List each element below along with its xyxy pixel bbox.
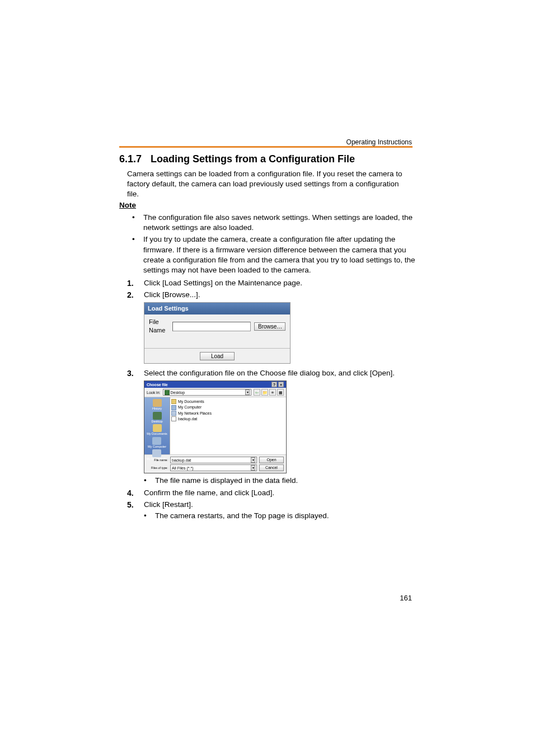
look-in-select[interactable]: Desktop ▾ xyxy=(163,389,251,396)
network-icon xyxy=(152,449,161,457)
choose-file-dialog: Choose file ? × Look in: Desktop ▾ ⇦ xyxy=(144,381,287,473)
section-heading: 6.1.7 Loading Settings from a Configurat… xyxy=(119,153,355,165)
sidebar-label: My Computer xyxy=(148,445,166,449)
step-number: 4. xyxy=(127,488,134,499)
desktop-icon xyxy=(165,390,170,395)
places-sidebar: History Desktop My Documents My Computer xyxy=(144,397,170,454)
dropdown-arrow-icon[interactable]: ▾ xyxy=(251,465,255,471)
step-4: 4. Confirm the file name, and click [Loa… xyxy=(127,488,427,498)
step-number: 2. xyxy=(127,290,134,300)
load-settings-footer: Load xyxy=(144,348,290,363)
step-text: Click [Restart]. xyxy=(144,500,427,510)
network-icon xyxy=(171,411,176,416)
sidebar-item-my-documents[interactable]: My Documents xyxy=(147,424,167,436)
step-5-sub: The camera restarts, and the Top page is… xyxy=(144,511,427,521)
step-5: 5. Click [Restart]. The camera restarts,… xyxy=(127,500,427,521)
section-number: 6.1.7 xyxy=(119,153,142,165)
sub-bullet-item: The camera restarts, and the Top page is… xyxy=(144,511,427,521)
new-folder-icon[interactable]: ✳ xyxy=(269,389,276,396)
header-title: Operating Instructions xyxy=(346,138,412,146)
look-in-label: Look in: xyxy=(147,390,161,395)
choose-file-main: History Desktop My Documents My Computer xyxy=(144,397,286,454)
sidebar-label: History xyxy=(152,407,162,411)
sidebar-item-history[interactable]: History xyxy=(152,399,162,411)
step-text: Select the configuration file on the Cho… xyxy=(144,368,427,378)
desktop-icon xyxy=(153,412,162,420)
file-item[interactable]: My Computer xyxy=(171,405,285,410)
step-3: 3. Select the configuration file on the … xyxy=(127,368,427,486)
computer-icon xyxy=(171,405,176,410)
file-name: backup.dat xyxy=(178,416,197,421)
step-number: 5. xyxy=(127,500,134,510)
step-text: Confirm the file name, and click [Load]. xyxy=(144,488,427,498)
browse-button[interactable]: Browse… xyxy=(254,322,285,331)
load-settings-panel: Load Settings File Name Browse… Load xyxy=(144,302,291,364)
sidebar-label: Desktop xyxy=(151,420,162,424)
step-3-sub: The file name is displayed in the data f… xyxy=(144,476,427,486)
file-item[interactable]: My Network Places xyxy=(171,410,285,416)
step-number: 1. xyxy=(127,278,134,289)
divider xyxy=(119,146,413,148)
file-item[interactable]: My Documents xyxy=(171,398,285,404)
sidebar-item-desktop[interactable]: Desktop xyxy=(151,412,162,424)
close-icon[interactable]: × xyxy=(278,382,284,387)
file-name-label: File Name xyxy=(149,318,169,335)
files-of-type-value: All Files (*.*) xyxy=(172,466,194,471)
folder-icon xyxy=(153,424,162,432)
computer-icon xyxy=(152,437,161,445)
sub-bullet-item: The file name is displayed in the data f… xyxy=(144,476,427,486)
cancel-button[interactable]: Cancel xyxy=(259,464,284,471)
load-settings-body: File Name Browse… xyxy=(144,314,290,348)
choose-file-titlebar: Choose file ? × xyxy=(144,381,286,388)
files-of-type-select[interactable]: All Files (*.*) ▾ xyxy=(170,464,257,471)
step-1: 1. Click [Load Settings] on the Maintena… xyxy=(127,278,427,288)
file-name: My Network Places xyxy=(178,411,212,416)
intro-paragraph: Camera settings can be loaded from a con… xyxy=(127,169,413,200)
file-item[interactable]: backup.dat xyxy=(171,416,285,422)
sidebar-label: My Documents xyxy=(147,432,167,436)
step-text: Click [Browse...]. xyxy=(144,290,427,300)
file-name-value: backup.dat xyxy=(172,458,191,463)
look-in-value: Desktop xyxy=(171,390,185,395)
folder-icon xyxy=(171,399,176,404)
file-icon xyxy=(171,416,176,421)
sidebar-item-my-computer[interactable]: My Computer xyxy=(148,437,166,449)
load-settings-title: Load Settings xyxy=(144,303,290,314)
file-name: My Documents xyxy=(178,399,204,404)
steps-list: 1. Click [Load Settings] on the Maintena… xyxy=(127,278,427,523)
dropdown-arrow-icon[interactable]: ▾ xyxy=(251,457,255,463)
help-icon[interactable]: ? xyxy=(271,382,277,387)
note-item: If you try to update the camera, create … xyxy=(143,234,428,275)
open-button[interactable]: Open xyxy=(259,457,284,463)
back-icon[interactable]: ⇦ xyxy=(254,389,260,396)
step-text: Click [Load Settings] on the Maintenance… xyxy=(144,278,427,288)
step-number: 3. xyxy=(127,368,134,379)
choose-file-toolbar: Look in: Desktop ▾ ⇦ 📁 ✳ ▦ xyxy=(144,388,286,397)
choose-file-title-text: Choose file xyxy=(147,382,168,387)
load-button[interactable]: Load xyxy=(200,352,235,360)
file-name-label: File name: xyxy=(147,458,168,462)
file-list[interactable]: My Documents My Computer My Network Plac… xyxy=(170,397,286,454)
dropdown-arrow-icon: ▾ xyxy=(245,389,250,395)
note-item: The configuration file also saves networ… xyxy=(143,213,428,233)
file-name: My Computer xyxy=(178,405,202,410)
note-heading: Note xyxy=(119,201,136,209)
files-of-type-label: Files of type: xyxy=(147,466,168,470)
page-number: 161 xyxy=(400,594,412,602)
history-icon xyxy=(153,399,162,407)
file-name-input[interactable]: backup.dat ▾ xyxy=(170,457,257,463)
toolbar-icons: ⇦ 📁 ✳ ▦ xyxy=(254,389,284,396)
note-list: The configuration file also saves networ… xyxy=(143,213,428,277)
section-title: Loading Settings from a Configuration Fi… xyxy=(151,153,355,165)
window-controls: ? × xyxy=(271,382,284,387)
views-icon[interactable]: ▦ xyxy=(277,389,284,396)
step-2: 2. Click [Browse...]. Load Settings File… xyxy=(127,290,427,364)
up-icon[interactable]: 📁 xyxy=(261,389,268,396)
file-name-input[interactable] xyxy=(172,322,251,331)
